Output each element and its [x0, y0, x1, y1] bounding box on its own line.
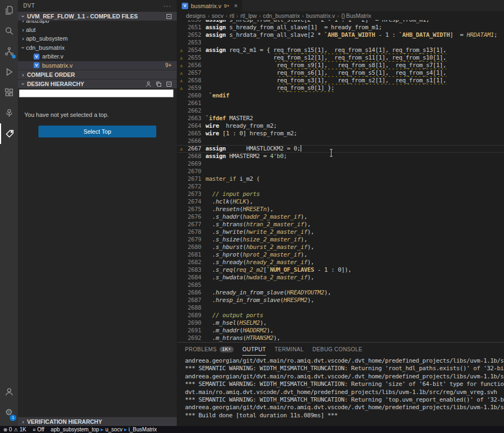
- panel-tab-output[interactable]: OUTPUT: [242, 343, 266, 356]
- tree-item-ahb2apb[interactable]: ›ahb2apb: [18, 21, 177, 25]
- tree-item-arbiter.v[interactable]: Varbiter.v: [18, 52, 177, 61]
- design-hierarchy-filter-input[interactable]: [19, 89, 174, 97]
- breadcrumb-item-BusMatrix[interactable]: {}BusMatrix: [341, 12, 372, 19]
- code-line-2650[interactable]: 2650assign s_hresp_from_all_slave[2 * 2 …: [177, 20, 504, 24]
- code-line-2673[interactable]: 2673 // input ports: [177, 191, 504, 198]
- code-line-2676[interactable]: 2676 .s_haddr(haddr_2_master_if),: [177, 213, 504, 221]
- code-line-2671[interactable]: 2671master_if i_m2 (: [177, 175, 504, 183]
- gutter: [177, 274, 185, 281]
- tree-item-alut[interactable]: ›alut: [18, 25, 177, 35]
- code-line-2665[interactable]: 2665wire [1 : 0] hresp_from_m2;: [177, 130, 504, 137]
- run-debug-icon[interactable]: [0, 62, 18, 82]
- panel-tab-debug-console[interactable]: DEBUG CONSOLE: [313, 343, 362, 356]
- code-line-2691[interactable]: 2691 .m_haddr(HADDRM2),: [177, 327, 504, 334]
- code-line-2657[interactable]: ⚠2657 req_from_s6[1], req_from_s5[1], re…: [177, 69, 504, 77]
- code-line-2681[interactable]: 2681 .s_hprot(hprot_2_master_if),: [177, 251, 504, 259]
- code-line-2659[interactable]: ⚠2659 req_from_s0[1] };: [177, 84, 504, 92]
- tab-busmatrix[interactable]: V busmatrix.v 9+ ×: [177, 0, 242, 11]
- code-line-2677[interactable]: 2677 .s_htrans(htran_2_master_if),: [177, 221, 504, 228]
- code-line-2675[interactable]: 2675 .hresetn(HRESETn),: [177, 206, 504, 213]
- code-line-2651[interactable]: 2651assign s_hready_from_all_slave[1] = …: [177, 24, 504, 31]
- code-editor[interactable]: 2650assign s_hresp_from_all_slave[2 * 2 …: [177, 20, 504, 342]
- mode-status-item[interactable]: ≡ Off: [32, 427, 44, 432]
- chevron-right-icon[interactable]: ›: [20, 27, 26, 33]
- code-line-2662[interactable]: 2662: [177, 107, 504, 115]
- output-console[interactable]: andreea.georgian/git/dvt.main/ro.amiq.dv…: [177, 356, 504, 426]
- hierarchy-arrow-icon: ▶: [124, 428, 127, 432]
- collapse-all-icon[interactable]: [165, 13, 173, 20]
- chevron-right-icon[interactable]: ›: [20, 35, 26, 42]
- search-icon[interactable]: [0, 21, 18, 41]
- hierarchy-node-i_BusMatrix[interactable]: i_BusMatrix: [129, 427, 157, 432]
- more-actions-icon[interactable]: ···: [163, 2, 171, 10]
- code-line-2690[interactable]: 2690 .m_hsel(HSELM2),: [177, 319, 504, 327]
- code-line-2664[interactable]: 2664wire hready_from_m2;: [177, 122, 504, 130]
- select-top-button[interactable]: Select Top: [38, 126, 156, 137]
- dvt-icon[interactable]: [0, 123, 18, 144]
- code-line-2684[interactable]: 2684 .s_hwdata(hwdata_2_master_if),: [177, 274, 504, 281]
- code-line-2679[interactable]: 2679 .s_hsize(hsize_2_master_if),: [177, 236, 504, 244]
- code-line-2658[interactable]: ⚠2658 req_from_s3[1], req_from_s2[1], re…: [177, 77, 504, 84]
- explorer-icon[interactable]: [0, 0, 18, 21]
- code-line-2666[interactable]: 2666: [177, 137, 504, 145]
- code-line-2688[interactable]: 2688: [177, 304, 504, 312]
- chevron-down-icon[interactable]: ›: [20, 44, 26, 50]
- breadcrumb-item-cdn_busmatrix[interactable]: cdn_busmatrix: [263, 12, 300, 19]
- breadcrumb-item-rtl[interactable]: rtl: [229, 12, 234, 19]
- section-header-verification-hierarchy[interactable]: › VERIFICATION HIERARCHY: [18, 417, 177, 426]
- code-line-2653[interactable]: 2653: [177, 39, 504, 47]
- code-line-2670[interactable]: 2670: [177, 168, 504, 175]
- breadcrumb-item-designs[interactable]: designs: [186, 12, 205, 19]
- breadcrumb-item-socv[interactable]: socv: [212, 12, 224, 19]
- code-line-2660[interactable]: 2660 `endif: [177, 92, 504, 100]
- tree-item-busmatrix.v[interactable]: Vbusmatrix.v9+: [18, 61, 177, 70]
- hierarchy-node-apb_subsystem_top[interactable]: apb_subsystem_top: [51, 427, 100, 432]
- code-line-2652[interactable]: 2652assign s_hrdata_from_all_slave[2 * `…: [177, 31, 504, 39]
- tree-item-apb_subsystem[interactable]: ›apb_subsystem: [18, 34, 177, 43]
- code-line-2668[interactable]: 2668assign HMASTERM2 = 4'b0;: [177, 153, 504, 160]
- code-line-2654[interactable]: ⚠2654assign req_2_m1 = { req_from_s15[1]…: [177, 47, 504, 54]
- breadcrumb-item-rtl_lpw[interactable]: rtl_lpw: [241, 12, 257, 19]
- collapse-all-icon[interactable]: [165, 81, 173, 88]
- code-line-2667[interactable]: ⚠2667assign HMASTLOCKM2 = 0;: [177, 145, 504, 153]
- code-line-2689[interactable]: 2689 // output ports: [177, 312, 504, 319]
- code-line-2687[interactable]: 2687 .hresp_in_from_slave(HRESPM2),: [177, 297, 504, 304]
- file-tree[interactable]: ›ahb2apb›alut›apb_subsystem›cdn_busmatri…: [18, 21, 177, 70]
- code-token: `AHB_DATA_WIDTH: [324, 31, 375, 38]
- hierarchy-node-u_socv[interactable]: u_socv: [105, 427, 123, 432]
- problems-status-item[interactable]: ⊗ 0 ⚠ 1K: [3, 427, 26, 432]
- account-icon[interactable]: [0, 382, 18, 402]
- code-line-2674[interactable]: 2674 .hclk(HCLK),: [177, 198, 504, 206]
- extensions-icon[interactable]: [0, 82, 18, 103]
- chevron-right-icon[interactable]: ›: [20, 21, 26, 24]
- section-header-compiled-files[interactable]: › UVM_REF_FLOW_1.1 - COMPILED FILES: [18, 11, 177, 21]
- code-line-2663[interactable]: 2663`ifdef MASTER2: [177, 115, 504, 122]
- breadcrumb-item-busmatrix.v[interactable]: busmatrix.v: [306, 12, 335, 19]
- test-hierarchy-icon[interactable]: [0, 103, 18, 123]
- section-header-compile-order[interactable]: › COMPILE ORDER: [18, 70, 177, 79]
- panel-tab-terminal[interactable]: TERMINAL: [275, 343, 304, 356]
- verilog-file-icon: V: [34, 62, 39, 68]
- code-line-2680[interactable]: 2680 .s_hburst(hburst_2_master_if),: [177, 244, 504, 251]
- copy-icon[interactable]: [155, 81, 162, 88]
- code-line-2669[interactable]: 2669: [177, 160, 504, 168]
- code-line-2672[interactable]: 2672: [177, 183, 504, 191]
- gutter: [177, 281, 185, 289]
- tree-item-cdn_busmatrix[interactable]: ›cdn_busmatrix: [18, 43, 177, 53]
- code-line-2683[interactable]: 2683 .s_req(req_2_m2[`NUM_OF_SLAVES - 1 …: [177, 266, 504, 274]
- code-line-2682[interactable]: 2682 .s_hready(hready_2_master_if),: [177, 259, 504, 266]
- select-top-person-icon[interactable]: [145, 81, 152, 88]
- code-line-2685[interactable]: 2685: [177, 281, 504, 289]
- close-icon[interactable]: ×: [234, 2, 238, 10]
- code-line-2686[interactable]: 2686 .hready_in_from_slave(HREADYOUTM2),: [177, 289, 504, 297]
- code-line-2656[interactable]: ⚠2656 req_from_s9[1], req_from_s8[1], re…: [177, 62, 504, 69]
- settings-gear-icon[interactable]: ⚙1: [0, 402, 18, 423]
- design-hierarchy-path[interactable]: apb_subsystem_top▶u_socv▶i_BusMatrix: [51, 427, 157, 432]
- code-line-2655[interactable]: ⚠2655 req_from_s12[1], req_from_s11[1], …: [177, 54, 504, 62]
- panel-tab-problems[interactable]: PROBLEMS1K+: [185, 343, 234, 356]
- source-control-icon[interactable]: [0, 41, 18, 62]
- code-line-2692[interactable]: 2692 .m_htrans(HTRANSM2),: [177, 334, 504, 342]
- section-header-design-hierarchy[interactable]: › DESIGN HIERARCHY: [18, 79, 177, 88]
- code-line-2661[interactable]: 2661: [177, 100, 504, 107]
- code-line-2678[interactable]: 2678 .s_hwrite(hwrite_2_master_if),: [177, 228, 504, 236]
